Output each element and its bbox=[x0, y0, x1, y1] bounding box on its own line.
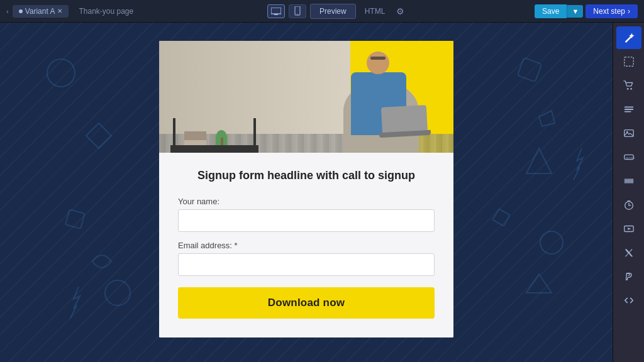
svg-rect-1 bbox=[274, 14, 278, 15]
preview-label: Preview bbox=[319, 7, 347, 16]
back-arrow[interactable]: ‹ bbox=[6, 8, 9, 15]
table-leg-left bbox=[173, 118, 175, 153]
svg-point-3 bbox=[297, 13, 298, 14]
divider-icon[interactable] bbox=[616, 170, 641, 192]
variant-label: Variant A bbox=[25, 7, 55, 16]
name-label: Your name: bbox=[178, 197, 435, 206]
svg-marker-11 bbox=[526, 274, 552, 293]
html-label: HTML bbox=[365, 7, 386, 16]
cart-icon[interactable] bbox=[616, 74, 641, 97]
timer-icon[interactable] bbox=[616, 194, 641, 216]
svg-rect-0 bbox=[271, 8, 281, 14]
variant-arrow: ✕ bbox=[57, 8, 62, 14]
nextstep-button[interactable]: Next step › bbox=[586, 4, 638, 18]
magic-wand-icon[interactable] bbox=[616, 26, 641, 49]
thankyou-label: Thank-you page bbox=[79, 7, 133, 16]
button-widget-icon[interactable]: BUTTON bbox=[616, 146, 641, 168]
svg-point-4 bbox=[47, 59, 75, 87]
svg-rect-13 bbox=[624, 57, 633, 66]
twitter-icon[interactable] bbox=[616, 241, 641, 264]
svg-point-7 bbox=[540, 231, 563, 254]
book-top bbox=[184, 140, 206, 145]
page-card: Signup form headline with call to signup… bbox=[159, 41, 453, 337]
code-icon[interactable] bbox=[616, 289, 641, 312]
svg-rect-12 bbox=[492, 209, 509, 226]
svg-point-14 bbox=[626, 88, 628, 90]
image-icon[interactable] bbox=[616, 122, 641, 145]
svg-rect-19 bbox=[624, 130, 633, 137]
email-label: Email address: * bbox=[178, 241, 435, 250]
svg-marker-9 bbox=[86, 123, 111, 148]
glasses bbox=[370, 57, 386, 60]
email-input[interactable] bbox=[178, 253, 435, 276]
svg-rect-8 bbox=[65, 209, 85, 229]
topbar-center: Preview HTML ⚙ bbox=[267, 4, 407, 19]
form-area: Signup form headline with call to signup… bbox=[159, 153, 453, 337]
hero-image bbox=[159, 41, 453, 153]
settings-gear-icon[interactable]: ⚙ bbox=[394, 6, 407, 16]
select-icon[interactable] bbox=[616, 50, 641, 73]
name-field-group: Your name: bbox=[178, 197, 435, 232]
html-button[interactable]: HTML bbox=[360, 4, 391, 18]
variant-dot bbox=[19, 9, 23, 13]
video-icon[interactable] bbox=[616, 217, 641, 240]
mobile-device-btn[interactable] bbox=[289, 4, 306, 18]
text-menu-icon[interactable] bbox=[616, 98, 641, 121]
svg-marker-6 bbox=[526, 148, 552, 173]
thankyou-tab[interactable]: Thank-you page bbox=[72, 5, 140, 18]
paypal-icon[interactable] bbox=[616, 265, 641, 288]
download-button[interactable]: Download now bbox=[178, 287, 435, 319]
preview-button[interactable]: Preview bbox=[310, 4, 356, 19]
topbar-left: ‹ Variant A ✕ Thank-you page bbox=[6, 5, 140, 18]
topbar-right: Save ▼ Next step › bbox=[535, 4, 638, 18]
save-group: Save ▼ bbox=[535, 4, 583, 18]
variant-tab[interactable]: Variant A ✕ bbox=[13, 5, 69, 18]
svg-point-15 bbox=[630, 88, 632, 90]
desktop-device-btn[interactable] bbox=[267, 4, 285, 18]
plant-stem bbox=[221, 138, 223, 145]
right-sidebar: BUTTON bbox=[613, 23, 644, 362]
svg-rect-5 bbox=[518, 58, 541, 82]
save-dropdown-arrow[interactable]: ▼ bbox=[567, 5, 583, 18]
save-button[interactable]: Save bbox=[535, 4, 567, 18]
canvas-background: Signup form headline with call to signup… bbox=[0, 23, 613, 362]
form-headline: Signup form headline with call to signup bbox=[178, 168, 435, 184]
main-area: Signup form headline with call to signup… bbox=[0, 23, 644, 362]
table-leg-right bbox=[253, 118, 256, 153]
svg-text:BUTTON: BUTTON bbox=[626, 156, 635, 160]
topbar: ‹ Variant A ✕ Thank-you page Preview HTM… bbox=[0, 0, 644, 23]
name-input[interactable] bbox=[178, 209, 435, 232]
table-top bbox=[170, 145, 258, 153]
nextstep-arrow-icon: › bbox=[628, 7, 630, 16]
email-field-group: Email address: * bbox=[178, 241, 435, 276]
svg-point-10 bbox=[105, 280, 130, 305]
svg-marker-31 bbox=[628, 228, 631, 230]
